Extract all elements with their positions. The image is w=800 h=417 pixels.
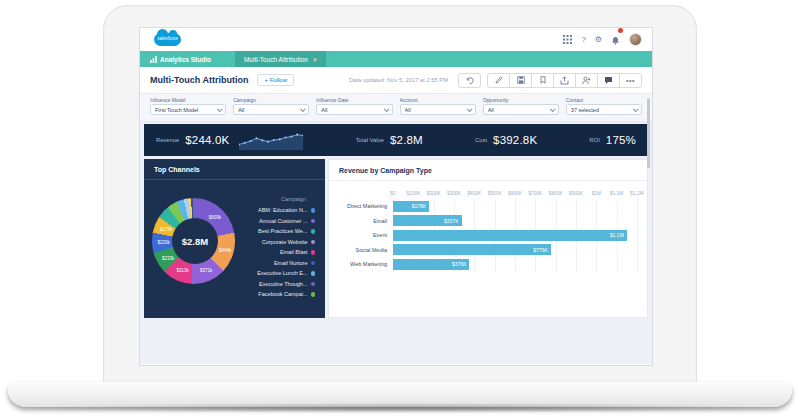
top-channels-panel: Top Channels $2.8M $609k$444k$371k$313k$… <box>144 159 325 318</box>
filter-influence-date: Influence DateAll <box>316 97 392 117</box>
revenue-sparkline <box>239 130 303 150</box>
kpi-label: ROI <box>589 137 599 143</box>
bar-track: $776K <box>393 244 637 255</box>
share-button[interactable] <box>553 73 576 88</box>
donut-slice-label: $233k <box>162 255 174 260</box>
bar[interactable]: $776K <box>393 244 551 255</box>
global-header: salesforce ? ⚙ <box>140 28 652 51</box>
filter-dropdown[interactable]: All <box>233 104 309 115</box>
bar-row-event: Event$1.1M <box>335 228 637 243</box>
salesforce-logo-text: salesforce <box>154 36 181 41</box>
save-icon <box>517 76 525 84</box>
legend-label: Facebook Campai... <box>258 291 307 297</box>
filter-campaign: CampaignAll <box>233 97 309 117</box>
bar[interactable]: $337K <box>393 215 462 226</box>
tab-multi-touch-attribution[interactable]: Multi-Touch Attribution × <box>235 51 326 67</box>
kpi-label: Total Value <box>356 137 384 143</box>
filter-dropdown[interactable]: All <box>316 104 392 115</box>
legend-item[interactable]: Corporate Website <box>235 237 315 248</box>
kpi-roi[interactable]: ROI175% <box>589 134 636 146</box>
revenue-bar-chart: $0$100K$200K$300K$400K$500K$600K$700K$80… <box>335 191 637 272</box>
x-axis-tick: $100K <box>406 191 420 196</box>
kpi-cost[interactable]: Cost$392.8K <box>475 134 537 146</box>
tab-close-icon[interactable]: × <box>313 56 317 63</box>
bar[interactable]: $178K <box>393 201 429 212</box>
x-axis-tick: $200K <box>427 191 441 196</box>
kpi-total-value[interactable]: Total Value$2.8M <box>356 134 423 146</box>
chevron-down-icon <box>217 106 223 112</box>
legend-item[interactable]: Email Blast <box>235 247 315 258</box>
chevron-down-icon <box>550 106 556 112</box>
x-axis: $0$100K$200K$300K$400K$500K$600K$700K$80… <box>393 191 637 199</box>
bar-row-email: Email$337K <box>335 214 637 229</box>
salesforce-logo[interactable]: salesforce <box>154 33 181 46</box>
laptop-shadow <box>26 403 774 413</box>
filter-dropdown[interactable]: First Touch Model <box>150 104 226 115</box>
legend-item[interactable]: Annual Customer ... <box>235 216 315 227</box>
vertical-scrollbar[interactable] <box>647 98 650 168</box>
filters-bar: Influence ModelFirst Touch ModelCampaign… <box>140 94 652 122</box>
x-axis-tick: $1.1M <box>610 191 623 196</box>
filter-value: All <box>488 107 550 113</box>
chevron-down-icon <box>300 106 306 112</box>
legend-item[interactable]: Email Nurture <box>235 258 315 269</box>
help-icon[interactable]: ? <box>581 36 585 44</box>
tab-label: Multi-Touch Attribution <box>244 56 308 63</box>
subscribe-button[interactable] <box>575 73 598 88</box>
x-axis-tick: $500K <box>488 191 502 196</box>
bar[interactable]: $1.1M <box>393 230 627 241</box>
legend-dot <box>311 229 316 234</box>
bar-value-label: $337K <box>444 218 458 224</box>
kpi-revenue[interactable]: Revenue$244.0K <box>156 130 303 150</box>
legend-item[interactable]: Facebook Campai... <box>235 289 315 300</box>
bar-row-direct-marketing: Direct Marketing$178K <box>335 199 637 214</box>
legend-label: Executive Though... <box>259 281 308 287</box>
edit-button[interactable] <box>487 73 510 88</box>
legend-dot <box>311 261 316 266</box>
bar-category-label: Web Marketing <box>335 261 393 267</box>
filter-dropdown[interactable]: 37 selected <box>566 104 642 115</box>
gear-icon[interactable]: ⚙ <box>595 36 602 44</box>
revenue-by-campaign-panel: Revenue by Campaign Type $0$100K$200K$30… <box>328 159 648 318</box>
analytics-studio-home[interactable]: Analytics Studio <box>140 51 221 67</box>
data-updated-text: Data updated: Nov 5, 2017 at 2:55 PM <box>349 77 448 83</box>
legend-label: Email Blast <box>280 249 308 255</box>
x-axis-tick: $600K <box>508 191 522 196</box>
filter-dropdown[interactable]: All <box>400 104 476 115</box>
chevron-down-icon <box>383 106 389 112</box>
save-button[interactable] <box>509 73 532 88</box>
more-icon: ••• <box>626 77 635 84</box>
follow-button[interactable]: + Follow <box>257 74 294 86</box>
legend-item[interactable]: Executive Though... <box>235 279 315 290</box>
filter-value: All <box>238 107 300 113</box>
filter-value: 37 selected <box>571 107 633 113</box>
legend-item[interactable]: Best Practices We... <box>235 226 315 237</box>
more-button[interactable]: ••• <box>619 73 642 88</box>
tab-bar: Analytics Studio Multi-Touch Attribution… <box>140 51 652 67</box>
bookmark-button[interactable] <box>531 73 554 88</box>
donut-slice-label: $178k <box>160 226 172 231</box>
filter-dropdown[interactable]: All <box>483 104 559 115</box>
app-launcher-icon[interactable] <box>563 35 572 44</box>
kpi-bar: Revenue$244.0KTotal Value$2.8MCost$392.8… <box>144 124 648 156</box>
dashboard-header: Multi-Touch Attribution + Follow Data up… <box>140 67 652 94</box>
comment-button[interactable] <box>597 73 620 88</box>
bar[interactable]: $376K <box>393 259 469 270</box>
legend-item[interactable]: Executive Lunch E... <box>235 268 315 279</box>
chevron-down-icon <box>467 106 473 112</box>
x-axis-tick: $300K <box>447 191 461 196</box>
user-avatar[interactable] <box>629 33 642 46</box>
top-channels-donut-chart[interactable]: $2.8M $609k$444k$371k$313k$233k$220k$178… <box>152 198 235 284</box>
revenue-by-campaign-title: Revenue by Campaign Type <box>329 160 647 181</box>
filter-value: All <box>405 107 467 113</box>
undo-button[interactable] <box>458 73 481 88</box>
notifications-bell-icon[interactable] <box>611 31 620 49</box>
legend-label: Corporate Website <box>262 239 308 245</box>
notification-badge <box>618 28 623 33</box>
legend-item[interactable]: ABM: Education N... <box>235 205 315 216</box>
kpi-label: Cost <box>475 137 487 143</box>
dashboard-content: Top Channels $2.8M $609k$444k$371k$313k$… <box>144 159 648 318</box>
bar-track: $178K <box>393 201 637 212</box>
filter-contact: Contact37 selected <box>566 97 642 117</box>
donut-slice-label: $371k <box>200 268 212 273</box>
